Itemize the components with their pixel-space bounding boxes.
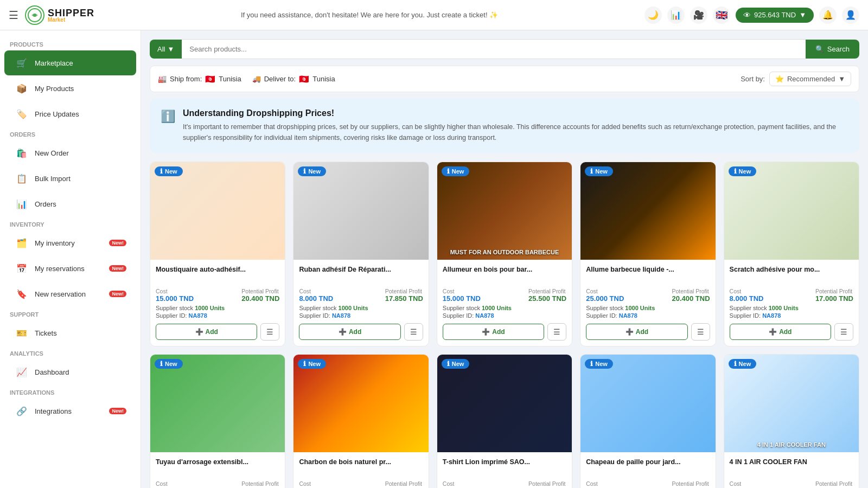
products-grid: ℹ New Moustiquaire auto-adhésif... Cost …: [150, 162, 859, 488]
badge-label: New: [739, 361, 751, 367]
product-actions-p4: ➕ Add ☰: [586, 323, 710, 341]
search-bar: All ▼ 🔍 Search: [150, 39, 859, 59]
tickets-icon: 🎫: [14, 325, 29, 341]
add-label: Add: [779, 328, 792, 336]
add-label: Add: [492, 328, 505, 336]
balance-button[interactable]: 👁 925.643 TND ▼: [736, 8, 814, 23]
sidebar-item-integrations[interactable]: 🔗 Integrations New!: [4, 399, 136, 423]
cost-value: 15.000 TND: [156, 294, 194, 303]
badge-info-icon: ℹ: [160, 168, 163, 175]
product-card-p4[interactable]: ℹ New Allume barbecue liquide -... Cost …: [580, 162, 716, 346]
product-image-p2: ℹ New: [293, 162, 428, 260]
add-button-p5[interactable]: ➕ Add: [730, 324, 831, 340]
product-card-p8[interactable]: ℹ New T-shirt Lion imprimé SAO... Cost 2…: [437, 354, 572, 488]
user-avatar[interactable]: 👤: [842, 7, 859, 24]
svg-point-1: [33, 14, 36, 17]
add-button-p1[interactable]: ➕ Add: [156, 324, 257, 340]
stock-value: 1000 Units: [482, 305, 512, 311]
product-badge-p6: ℹ New: [155, 359, 183, 369]
sidebar-item-my-inventory[interactable]: 🗂️ My inventory New!: [4, 230, 136, 255]
list-button-p5[interactable]: ☰: [834, 323, 853, 341]
search-filter-button[interactable]: All ▼: [150, 40, 182, 59]
sidebar-item-dashboard[interactable]: 📈 Dashboard: [4, 359, 136, 384]
add-label: Add: [636, 328, 648, 336]
deliver-to-label: Deliver to:: [264, 75, 296, 83]
product-card-p7[interactable]: ℹ New Charbon de bois naturel pr... Cost…: [293, 354, 429, 488]
stock-value: 1000 Units: [339, 305, 368, 311]
profit-label: Potential Profit: [385, 288, 423, 294]
supplier-stock-p4: Supplier stock 1000 Units: [586, 305, 710, 311]
product-card-p9[interactable]: ℹ New Chapeau de paille pour jard... Cos…: [580, 354, 716, 488]
notifications-icon[interactable]: 🔔: [819, 7, 837, 24]
product-badge-p7: ℹ New: [298, 359, 326, 369]
sidebar-item-my-reservations-label: My reservations: [35, 265, 104, 273]
theme-toggle[interactable]: 🌙: [644, 7, 662, 24]
product-pricing-p8: Cost 20.000 TND Potential Profit 28.000 …: [443, 480, 566, 488]
language-selector[interactable]: 🇬🇧: [713, 7, 730, 24]
sidebar-item-new-order-label: New Order: [35, 149, 126, 157]
products-section-label: Products: [0, 37, 141, 50]
badge-info-icon: ℹ: [303, 168, 306, 175]
search-input[interactable]: [182, 39, 805, 59]
product-body-p10: 4 IN 1 AIR COOLER FAN Cost 45.000 TND Po…: [724, 452, 859, 488]
supplier-id-p5: Supplier ID: NA878: [730, 312, 853, 319]
integrations-section-label: Integrations: [0, 385, 141, 398]
sidebar-item-tickets[interactable]: 🎫 Tickets: [4, 320, 136, 345]
add-label: Add: [206, 328, 218, 336]
product-pricing-p5: Cost 8.000 TND Potential Profit 17.000 T…: [730, 288, 853, 303]
ship-from-label: Ship from:: [170, 75, 202, 83]
product-card-p1[interactable]: ℹ New Moustiquaire auto-adhésif... Cost …: [150, 162, 285, 346]
sidebar-item-price-updates[interactable]: 🏷️ Price Updates: [4, 101, 136, 126]
profit-label: Potential Profit: [672, 480, 710, 487]
badge-info-icon: ℹ: [734, 168, 737, 175]
add-button-p2[interactable]: ➕ Add: [299, 324, 400, 340]
cost-col: Cost 45.000 TND: [730, 480, 768, 488]
profit-label: Potential Profit: [815, 288, 853, 294]
list-button-p1[interactable]: ☰: [260, 323, 279, 341]
ship-from-icon: 🏭: [158, 75, 167, 83]
product-card-p3[interactable]: ℹ New MUST FOR AN OUTDOOR BARBECUE Allum…: [437, 162, 572, 346]
sidebar-item-orders[interactable]: 📊 Orders: [4, 191, 136, 216]
supplier-id-value: NA878: [619, 312, 637, 319]
main-layout: Products 🛒 Marketplace 📦 My Products 🏷️ …: [0, 30, 868, 488]
list-button-p4[interactable]: ☰: [691, 323, 710, 341]
product-name-p10: 4 IN 1 AIR COOLER FAN: [730, 458, 853, 476]
product-card-p2[interactable]: ℹ New Ruban adhésif De Réparati... Cost …: [293, 162, 429, 346]
search-button-label: Search: [827, 45, 850, 53]
product-card-p10[interactable]: ℹ New 4 IN 1 AIR COOLER FAN 4 IN 1 AIR C…: [724, 354, 859, 488]
add-button-p3[interactable]: ➕ Add: [443, 324, 544, 340]
search-magnifier-icon: 🔍: [815, 45, 824, 53]
product-pricing-p1: Cost 15.000 TND Potential Profit 20.400 …: [156, 288, 279, 303]
sidebar-item-bulk-import[interactable]: 📋 Bulk Import: [4, 166, 136, 191]
product-name-p9: Chapeau de paille pour jard...: [586, 458, 710, 476]
stock-value: 1000 Units: [625, 305, 655, 311]
profit-col: Potential Profit 28.000 TND: [528, 480, 566, 488]
spreadsheet-icon[interactable]: 📊: [667, 7, 685, 24]
sort-select[interactable]: ⭐ Recommended ▼: [769, 72, 851, 86]
sidebar-item-my-products[interactable]: 📦 My Products: [4, 76, 136, 101]
video-icon[interactable]: 🎥: [690, 7, 707, 24]
balance-dropdown-icon: ▼: [799, 11, 806, 19]
product-badge-p10: ℹ New: [729, 359, 757, 369]
list-button-p3[interactable]: ☰: [547, 323, 566, 341]
cost-value: 15.000 TND: [443, 294, 481, 303]
list-icon: ☰: [410, 328, 417, 336]
product-card-p5[interactable]: ℹ New Scratch adhésive pour mo... Cost 8…: [724, 162, 859, 346]
ship-from-chip: 🏭 Ship from: 🇹🇳 Tunisia: [158, 74, 241, 84]
product-card-p6[interactable]: ℹ New Tuyau d'arrosage extensibl... Cost…: [150, 354, 285, 488]
add-plus-icon: ➕: [769, 328, 777, 336]
hamburger-menu[interactable]: ☰: [9, 9, 18, 22]
sidebar-item-new-order[interactable]: 🛍️ New Order: [4, 140, 136, 165]
product-image-p10: ℹ New 4 IN 1 AIR COOLER FAN: [724, 355, 859, 452]
info-banner-content: Understanding Dropshipping Prices! It's …: [183, 108, 848, 143]
info-icon: ℹ️: [161, 110, 175, 124]
sidebar-item-new-reservation[interactable]: 🔖 New reservation New!: [4, 281, 136, 306]
search-button[interactable]: 🔍 Search: [806, 40, 859, 59]
list-button-p2[interactable]: ☰: [404, 323, 423, 341]
sidebar-item-marketplace[interactable]: 🛒 Marketplace: [4, 50, 136, 75]
new-reservation-icon: 🔖: [14, 286, 29, 301]
ship-from-country: Tunisia: [219, 75, 241, 83]
supplier-id-value: NA878: [762, 312, 781, 319]
sidebar-item-my-reservations[interactable]: 📅 My reservations New!: [4, 256, 136, 281]
add-button-p4[interactable]: ➕ Add: [586, 324, 687, 340]
